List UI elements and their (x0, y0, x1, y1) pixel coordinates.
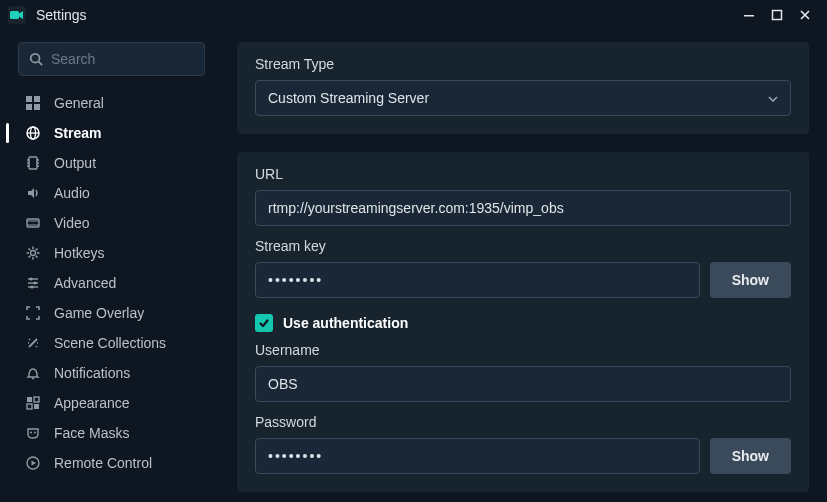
gear-icon (24, 246, 42, 260)
nav-audio[interactable]: Audio (0, 178, 215, 208)
username-label: Username (255, 342, 791, 358)
svg-line-29 (36, 249, 38, 251)
username-input[interactable]: OBS (255, 366, 791, 402)
play-circle-icon (24, 456, 42, 470)
minimize-button[interactable] (735, 1, 763, 29)
nav-output[interactable]: Output (0, 148, 215, 178)
nav-hotkeys[interactable]: Hotkeys (0, 238, 215, 268)
show-password-button[interactable]: Show (710, 438, 791, 474)
nav-label: Video (54, 215, 90, 231)
nav-label: Scene Collections (54, 335, 166, 351)
nav-label: Appearance (54, 395, 130, 411)
svg-rect-6 (34, 96, 40, 102)
nav-label: Notifications (54, 365, 130, 381)
nav-remote-control[interactable]: Remote Control (0, 448, 215, 478)
password-input[interactable]: •••••••• (255, 438, 700, 474)
stream-type-value: Custom Streaming Server (268, 90, 429, 106)
svg-point-42 (30, 432, 32, 434)
svg-line-28 (36, 256, 38, 258)
close-button[interactable] (791, 1, 819, 29)
stream-key-input[interactable]: •••••••• (255, 262, 700, 298)
url-label: URL (255, 166, 791, 182)
nav-face-masks[interactable]: Face Masks (0, 418, 215, 448)
svg-point-3 (31, 54, 40, 63)
password-label: Password (255, 414, 791, 430)
use-auth-label: Use authentication (283, 315, 408, 331)
layout-icon (24, 396, 42, 410)
stream-type-select[interactable]: Custom Streaming Server (255, 80, 791, 116)
stream-key-label: Stream key (255, 238, 791, 254)
search-placeholder: Search (51, 51, 95, 67)
globe-icon (24, 126, 42, 140)
nav-label: Hotkeys (54, 245, 105, 261)
magic-icon (24, 336, 42, 350)
svg-rect-8 (34, 104, 40, 110)
svg-rect-41 (34, 404, 39, 409)
nav-scene-collections[interactable]: Scene Collections (0, 328, 215, 358)
nav-label: General (54, 95, 104, 111)
stream-type-pane: Stream Type Custom Streaming Server (237, 42, 809, 134)
svg-rect-2 (773, 11, 782, 20)
nav-label: Face Masks (54, 425, 129, 441)
nav-label: Audio (54, 185, 90, 201)
nav-appearance[interactable]: Appearance (0, 388, 215, 418)
svg-rect-40 (27, 404, 32, 409)
nav-game-overlay[interactable]: Game Overlay (0, 298, 215, 328)
nav-stream[interactable]: Stream (0, 118, 215, 148)
svg-point-34 (33, 281, 36, 284)
nav-list: General Stream Output Audio (0, 88, 215, 478)
nav-label: Remote Control (54, 455, 152, 471)
svg-rect-1 (744, 15, 754, 17)
url-value: rtmp://yourstreamingserver.com:1935/vimp… (268, 200, 564, 216)
stream-details-pane: URL rtmp://yourstreamingserver.com:1935/… (237, 152, 809, 492)
audio-icon (24, 186, 42, 200)
main-content: Stream Type Custom Streaming Server URL … (225, 30, 827, 502)
search-icon (29, 52, 43, 66)
username-value: OBS (268, 376, 298, 392)
video-icon (24, 216, 42, 230)
nav-label: Output (54, 155, 96, 171)
stream-key-value: •••••••• (268, 272, 323, 288)
svg-rect-7 (26, 104, 32, 110)
url-input[interactable]: rtmp://yourstreamingserver.com:1935/vimp… (255, 190, 791, 226)
svg-line-27 (29, 249, 31, 251)
sliders-icon (24, 276, 42, 290)
nav-advanced[interactable]: Advanced (0, 268, 215, 298)
mask-icon (24, 426, 42, 440)
bell-icon (24, 366, 42, 380)
stream-type-label: Stream Type (255, 56, 791, 72)
svg-rect-38 (27, 397, 32, 402)
svg-point-43 (34, 432, 36, 434)
svg-rect-12 (29, 157, 37, 169)
nav-general[interactable]: General (0, 88, 215, 118)
chevron-down-icon (768, 91, 778, 105)
svg-line-30 (29, 256, 31, 258)
use-auth-row[interactable]: Use authentication (255, 314, 791, 332)
svg-point-32 (29, 277, 32, 280)
grid-icon (24, 96, 42, 110)
expand-icon (24, 306, 42, 320)
nav-label: Advanced (54, 275, 116, 291)
svg-line-4 (39, 62, 43, 66)
app-icon (8, 6, 26, 24)
output-icon (24, 156, 42, 170)
use-auth-checkbox[interactable] (255, 314, 273, 332)
maximize-button[interactable] (763, 1, 791, 29)
sidebar: Search General Stream Output (0, 30, 225, 502)
titlebar: Settings (0, 0, 827, 30)
nav-label: Stream (54, 125, 101, 141)
svg-point-22 (31, 251, 36, 256)
svg-point-36 (30, 285, 33, 288)
nav-notifications[interactable]: Notifications (0, 358, 215, 388)
nav-label: Game Overlay (54, 305, 144, 321)
window-title: Settings (36, 7, 87, 23)
svg-rect-5 (26, 96, 32, 102)
svg-rect-0 (10, 11, 19, 19)
show-stream-key-button[interactable]: Show (710, 262, 791, 298)
svg-rect-39 (34, 397, 39, 402)
nav-video[interactable]: Video (0, 208, 215, 238)
svg-rect-19 (27, 219, 39, 227)
password-value: •••••••• (268, 448, 323, 464)
search-input[interactable]: Search (18, 42, 205, 76)
